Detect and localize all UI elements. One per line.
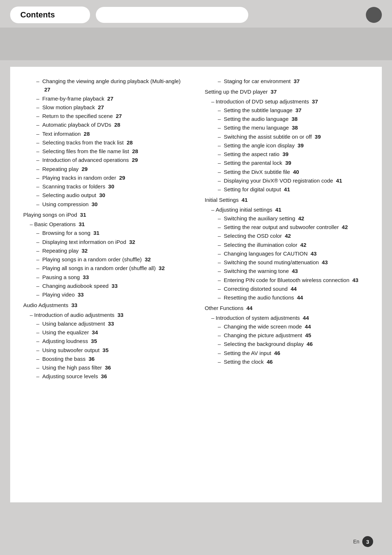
- dash-icon: –: [36, 113, 41, 119]
- content-area: – Changing the viewing angle during play…: [10, 67, 382, 502]
- toc-entry: – Selecting files from the file name lis…: [30, 147, 187, 155]
- item-text: Staging for car environment: [224, 78, 291, 84]
- page-num: 42: [285, 233, 291, 239]
- item-text: Selecting audio output: [42, 192, 96, 198]
- gray-band: [0, 28, 392, 60]
- page-num: 40: [293, 169, 299, 175]
- item-text: Correcting distorted sound: [224, 286, 288, 292]
- item-text: Adjusting loudness: [42, 338, 88, 344]
- dash-icon: –: [36, 166, 41, 172]
- header: Contents: [0, 0, 392, 28]
- item-text: Selecting the illumination color: [224, 242, 298, 248]
- dash-icon: –: [218, 186, 222, 192]
- dash-icon: –: [218, 332, 222, 338]
- toc-entry: – Setting the subtitle language 37: [211, 106, 369, 114]
- page-num: 33: [108, 321, 114, 327]
- dash-icon: –: [218, 160, 222, 166]
- toc-entry: – Entering PIN code for Bluetooth wirele…: [211, 276, 369, 284]
- dash-icon: –: [36, 175, 41, 181]
- page-num: 39: [285, 160, 291, 166]
- dash-icon: –: [36, 274, 41, 280]
- item-text: Changing audiobook speed: [42, 283, 109, 289]
- item-text: Setting the AV input: [224, 350, 271, 356]
- page-num: 41: [275, 207, 281, 213]
- toc-entry: – Selecting tracks from the track list 2…: [30, 138, 187, 147]
- dash-icon: –: [36, 364, 41, 371]
- page-num: 38: [292, 125, 298, 131]
- toc-entry: – Adjusting source levels 36: [30, 372, 187, 380]
- dash-icon: –: [218, 125, 222, 131]
- item-text: Playing songs in a random order (shuffle…: [42, 256, 142, 262]
- page-num: 28: [127, 139, 133, 146]
- item-text: Setting the angle icon display: [224, 142, 295, 148]
- toc-entry: Setting up the DVD player 37: [205, 87, 369, 96]
- page-num: 43: [352, 277, 359, 283]
- subsection-text: Introduction of DVD setup adjustments: [216, 98, 309, 105]
- dash-icon: –: [36, 183, 41, 189]
- page-num: 33: [83, 274, 89, 280]
- dash-icon: –: [30, 221, 33, 227]
- page-num: 29: [82, 166, 88, 172]
- page-num: 44: [291, 286, 297, 292]
- dash-icon: –: [218, 250, 222, 257]
- item-text: Switching the assist subtitle on or off: [224, 134, 312, 140]
- page-num: 30: [108, 183, 114, 189]
- item-text: Browsing for a song: [42, 230, 91, 236]
- page-num: 30: [91, 201, 98, 207]
- item-text: Using the high pass filter: [42, 364, 102, 371]
- toc-entry: – Selecting the OSD color 42: [211, 232, 369, 240]
- item-text: Return to the specified scene: [42, 113, 113, 119]
- toc-entry: – Setting the AV input 46: [211, 349, 369, 357]
- item-text: Using subwoofer output: [42, 347, 100, 353]
- page-title: Contents: [10, 7, 90, 23]
- page-num: 28: [84, 131, 90, 137]
- dash-icon: –: [218, 294, 222, 301]
- item-text: Playing video: [42, 291, 75, 298]
- item-text: Pausing a song: [42, 274, 80, 280]
- dash-icon: –: [218, 286, 222, 292]
- item-text: Frame-by-frame playback: [42, 95, 105, 102]
- dash-icon: –: [36, 131, 41, 137]
- dash-icon: –: [36, 321, 41, 327]
- dash-icon: –: [36, 291, 41, 298]
- page-num: 37: [312, 98, 318, 105]
- dash-icon: –: [218, 323, 222, 330]
- toc-entry: – Using subwoofer output 35: [30, 346, 187, 354]
- footer: En 3: [353, 536, 373, 547]
- page-num: 43: [311, 250, 317, 257]
- subsection-text: Introduction of audio adjustments: [34, 312, 114, 318]
- item-text: Adjusting source levels: [42, 373, 98, 379]
- page-num: 33: [118, 312, 124, 318]
- dash-icon: –: [218, 341, 222, 347]
- toc-entry: – Changing the viewing angle during play…: [30, 77, 187, 94]
- page-num: 32: [129, 239, 135, 245]
- page-num: 43: [292, 268, 298, 274]
- dash-icon: –: [36, 347, 41, 353]
- toc-entry: – Setting for digital output 41: [211, 185, 369, 193]
- item-text: Setting the audio language: [224, 116, 289, 122]
- item-text: Setting the DivX subtitle file: [224, 169, 290, 175]
- toc-entry: –Introduction of DVD setup adjustments 3…: [205, 97, 369, 106]
- dash-icon: –: [36, 265, 41, 271]
- toc-entry: Other Functions 44: [205, 304, 369, 312]
- dash-icon: –: [218, 142, 222, 148]
- dash-icon: –: [36, 248, 41, 254]
- dash-icon: –: [218, 134, 222, 140]
- item-text: Changing the wide screen mode: [224, 323, 302, 330]
- dash-icon: –: [36, 157, 41, 163]
- toc-entry: – Setting the audio language 38: [211, 115, 369, 123]
- page-num: 41: [284, 186, 290, 192]
- toc-entry: – Return to the specified scene 27: [30, 112, 187, 120]
- toc-entry: – Changing languages for CAUTION 43: [211, 249, 369, 258]
- dark-box: [366, 7, 382, 23]
- page-num: 33: [111, 283, 118, 289]
- dash-icon: –: [36, 104, 41, 110]
- page-num: 41: [242, 197, 248, 203]
- page-num: 37: [295, 107, 302, 113]
- page-num: 28: [114, 122, 121, 128]
- toc-entry: – Adjusting loudness 35: [30, 337, 187, 345]
- toc-entry: – Setting the rear output and subwoofer …: [211, 223, 369, 231]
- toc-entry: – Setting the parental lock 39: [211, 159, 369, 167]
- page-num: 27: [107, 95, 114, 102]
- page-num: 29: [132, 157, 138, 163]
